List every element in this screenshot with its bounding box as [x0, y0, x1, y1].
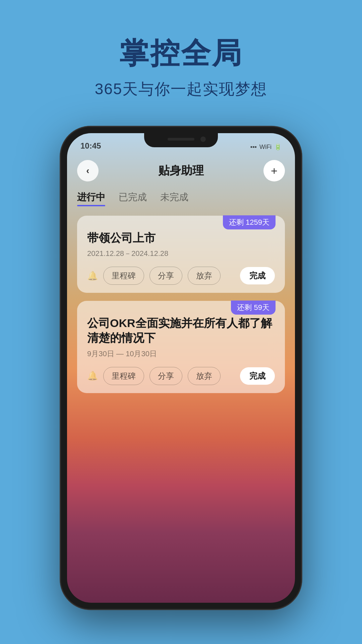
wifi-icon: WiFi [259, 144, 272, 151]
goal-date-2: 9月30日 — 10月30日 [87, 349, 275, 359]
tab-completed[interactable]: 已完成 [119, 191, 147, 206]
goal-card-1: 还剩 1259天 带领公司上市 2021.12.28－2024.12.28 🔔 … [77, 216, 285, 293]
milestone-btn-1[interactable]: 里程碑 [103, 267, 144, 285]
back-button[interactable]: ‹ [77, 160, 99, 181]
notch-camera [200, 137, 206, 142]
tab-bar: 进行中 已完成 未完成 [77, 191, 285, 206]
abandon-btn-1[interactable]: 放弃 [188, 267, 221, 285]
milestone-btn-2[interactable]: 里程碑 [103, 367, 144, 385]
phone-mockup: 10:45 ▪▪▪ WiFi 🔋 ‹ 贴身助理 + 进行中 已完成 未完成 [60, 126, 302, 609]
app-content: ‹ 贴身助理 + 进行中 已完成 未完成 还剩 1259天 带领公司上市 202… [67, 153, 295, 603]
tab-incomplete[interactable]: 未完成 [160, 191, 188, 206]
phone-screen: 10:45 ▪▪▪ WiFi 🔋 ‹ 贴身助理 + 进行中 已完成 未完成 [67, 133, 295, 603]
tab-in-progress[interactable]: 进行中 [77, 191, 105, 206]
battery-icon: 🔋 [274, 143, 282, 151]
complete-btn-2[interactable]: 完成 [240, 367, 275, 385]
remaining-badge-1: 还剩 1259天 [223, 215, 276, 229]
nav-bar: ‹ 贴身助理 + [77, 160, 285, 181]
status-icons: ▪▪▪ WiFi 🔋 [250, 143, 282, 151]
abandon-btn-2[interactable]: 放弃 [188, 367, 221, 385]
page-title: 掌控全局 [95, 34, 267, 73]
phone-notch [144, 133, 218, 147]
share-btn-2[interactable]: 分享 [149, 367, 182, 385]
goal-card-2: 还剩 59天 公司OKR全面实施并在所有人都了解清楚的情况下 9月30日 — 1… [77, 301, 285, 393]
page-subtitle: 365天与你一起实现梦想 [95, 79, 267, 100]
bell-icon-2[interactable]: 🔔 [87, 371, 98, 381]
signal-icon: ▪▪▪ [250, 144, 257, 151]
goal-title-1: 带领公司上市 [87, 230, 275, 245]
add-button[interactable]: + [263, 160, 285, 181]
goal-actions-2: 🔔 里程碑 分享 放弃 完成 [87, 367, 275, 385]
notch-speaker [168, 138, 194, 141]
complete-btn-1[interactable]: 完成 [240, 267, 275, 284]
status-time: 10:45 [80, 141, 101, 151]
share-btn-1[interactable]: 分享 [149, 267, 182, 285]
goal-actions-1: 🔔 里程碑 分享 放弃 完成 [87, 267, 275, 285]
goal-date-1: 2021.12.28－2024.12.28 [87, 249, 275, 259]
goal-title-2: 公司OKR全面实施并在所有人都了解清楚的情况下 [87, 316, 275, 345]
remaining-badge-2: 还剩 59天 [231, 301, 276, 315]
bell-icon-1[interactable]: 🔔 [87, 271, 98, 281]
nav-title: 贴身助理 [158, 163, 204, 178]
